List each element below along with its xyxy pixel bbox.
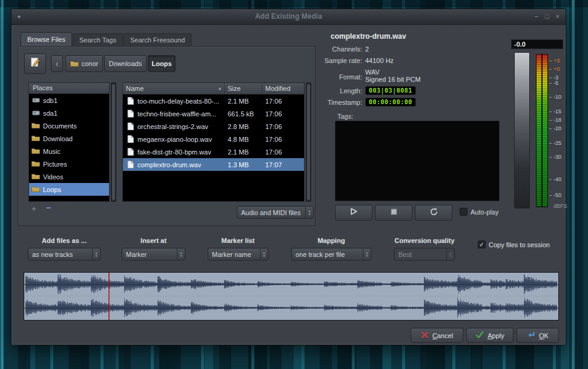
file-icon	[126, 148, 134, 156]
column-header-modified[interactable]: Modified	[262, 83, 304, 94]
option-add-files-as: Add files as ... as new tracks ▴▾	[28, 237, 101, 261]
titlebar[interactable]: ▾ Add Existing Media − □ ×	[12, 9, 566, 25]
autoplay-checkbox[interactable]	[460, 208, 467, 216]
apply-icon	[475, 331, 484, 340]
file-row[interactable]: complextro-drum.wav1.3 MB17:07	[123, 158, 304, 171]
meter-scale-label: -50	[553, 192, 561, 198]
meter-tick	[549, 61, 552, 61]
copy-files-checkbox[interactable]: ✓	[478, 241, 486, 248]
add-bookmark-button[interactable]: +	[31, 204, 36, 213]
file-rows: too-much-delay-beats-80-...2.1 MB17:06te…	[123, 95, 304, 201]
stop-button[interactable]	[375, 205, 412, 221]
selected-file-name: complextro-drum.wav	[331, 32, 406, 41]
samplerate-value: 44100 Hz	[365, 57, 394, 64]
places-scrollbar[interactable]	[111, 82, 116, 202]
conversion-quality-combo: Best ▴▾	[394, 248, 455, 261]
file-icon	[126, 97, 134, 105]
option-label: Insert at	[122, 237, 185, 244]
pathbar-back-button[interactable]: ‹	[51, 55, 63, 72]
meter-scale-label: -20	[553, 125, 561, 131]
file-row[interactable]: too-much-delay-beats-80-...2.1 MB17:06	[123, 95, 304, 107]
place-item-sda1[interactable]: sda1	[29, 107, 109, 119]
mapping-combo[interactable]: one track per file ▴▾	[291, 248, 371, 261]
wallpaper-stripe	[1, 0, 4, 369]
places-header[interactable]: Places	[29, 83, 109, 94]
folder-icon	[31, 161, 40, 167]
option-insert-at: Insert at Marker ▴▾	[122, 237, 185, 261]
place-item-music[interactable]: Music	[29, 145, 109, 158]
folder-icon	[31, 122, 40, 129]
level-meter	[536, 54, 548, 207]
file-list-pane: Name ▴ Size Modified too-much-delay-beat…	[122, 82, 305, 202]
file-row[interactable]: techno-frisbee-waffle-am...661.5 kB17:06	[123, 107, 304, 120]
drive-icon	[31, 110, 40, 116]
file-filter-combo[interactable]: Audio and MIDI files ▴▾	[237, 206, 314, 219]
drive-icon	[31, 97, 40, 104]
breadcrumb-conor[interactable]: conor	[65, 55, 103, 72]
ok-button[interactable]: OK	[517, 328, 559, 343]
breadcrumb-downloads[interactable]: Downloads	[104, 55, 147, 72]
tab-search-freesound[interactable]: Search Freesound	[124, 33, 192, 46]
breadcrumb-loops[interactable]: Loops	[148, 55, 176, 72]
meter-scale-label: -30	[553, 154, 561, 160]
file-row[interactable]: orchestral-strings-2.wav2.8 MB17:06	[123, 120, 304, 133]
add-files-as-combo[interactable]: as new tracks ▴▾	[28, 248, 101, 261]
option-label: Add files as ...	[28, 237, 101, 244]
column-header-size[interactable]: Size	[225, 83, 262, 94]
meter-bar-left	[537, 55, 541, 207]
apply-button[interactable]: Apply	[466, 328, 514, 343]
length-display: 003|03|0081	[365, 86, 416, 95]
place-item-download[interactable]: Download	[29, 132, 109, 145]
column-header-name[interactable]: Name ▴	[123, 83, 225, 94]
close-icon[interactable]: ×	[556, 9, 560, 24]
tab-browse-files[interactable]: Browse Files	[21, 32, 72, 46]
place-item-documents[interactable]: Documents	[29, 119, 109, 132]
combo-stepper-icon: ▴▾	[446, 248, 454, 260]
copy-files-label: Copy files to session	[489, 241, 550, 248]
cancel-icon	[421, 331, 429, 340]
gain-fader[interactable]	[514, 52, 530, 208]
format-value-line2: Signed 16 bit PCM	[365, 76, 421, 83]
place-item-pictures[interactable]: Pictures	[29, 158, 109, 170]
option-marker-list: Marker list Marker name ▴▾	[208, 237, 268, 261]
type-filename-button[interactable]	[24, 53, 46, 74]
window-menu-icon[interactable]: ▾	[18, 9, 21, 24]
option-label: Marker list	[208, 237, 268, 244]
scrollbar-thumb[interactable]	[112, 84, 115, 200]
waveform-preview	[24, 272, 559, 321]
loop-button[interactable]	[415, 205, 452, 221]
file-list-header: Name ▴ Size Modified	[123, 83, 304, 95]
meter-scale-label: +3	[553, 58, 560, 64]
insert-at-combo[interactable]: Marker ▴▾	[122, 248, 185, 261]
autoplay-label: Auto-play	[471, 208, 498, 216]
cancel-button[interactable]: Cancel	[411, 328, 463, 343]
meter-scale-label: -15	[553, 108, 561, 115]
folder-icon	[31, 173, 40, 180]
meter-tick	[549, 195, 552, 196]
desktop-top-strip	[0, 0, 588, 7]
place-item-loops[interactable]: Loops	[29, 183, 109, 196]
loop-icon	[429, 207, 438, 219]
minimize-icon[interactable]: −	[534, 9, 538, 24]
folder-icon	[31, 186, 40, 193]
file-row[interactable]: megaenx-piano-loop.wav4.8 MB17:06	[123, 133, 304, 145]
tags-input[interactable]	[335, 121, 500, 201]
tab-search-tags[interactable]: Search Tags	[73, 33, 123, 46]
file-browser: ‹ conor Downloads Loops Places sdb1sda1D…	[18, 46, 315, 226]
place-item-sdb1[interactable]: sdb1	[29, 94, 109, 107]
marker-list-combo[interactable]: Marker name ▴▾	[208, 248, 268, 261]
play-button[interactable]	[335, 205, 372, 221]
meter-tick	[549, 69, 552, 70]
maximize-icon[interactable]: □	[545, 9, 549, 24]
place-item-videos[interactable]: Videos	[29, 170, 109, 183]
ok-icon	[527, 331, 535, 340]
stop-icon	[390, 207, 398, 218]
file-icon	[126, 161, 134, 168]
places-list: sdb1sda1DocumentsDownloadMusicPicturesVi…	[29, 94, 109, 201]
remove-bookmark-button[interactable]: −	[46, 202, 51, 213]
timestamp-display: 00:00:00:00	[365, 98, 416, 107]
folder-icon	[31, 135, 40, 142]
option-label: Mapping	[291, 237, 371, 244]
file-row[interactable]: fake-dist-gtr-80-bpm.wav2.1 MB17:06	[123, 145, 304, 158]
tab-bar: Browse Files Search Tags Search Freesoun…	[21, 32, 192, 46]
